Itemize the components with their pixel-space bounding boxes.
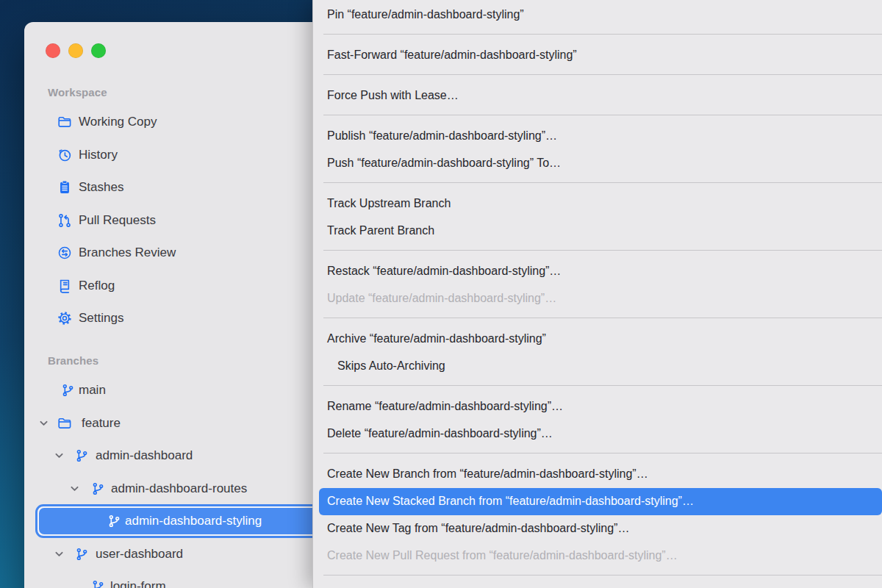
git-branch-icon [90,579,106,588]
git-branch-icon [107,514,122,529]
menu-item-restack[interactable]: Restack “feature/admin-dashboard-styling… [313,258,882,285]
menu-separator [323,115,882,115]
branches-tree: main feature admin-dashboard [24,374,333,588]
gear-icon [57,310,73,326]
menu-separator [323,34,882,35]
close-button[interactable] [46,43,60,58]
chevron-down-icon[interactable] [54,548,65,559]
sidebar-item-label: History [79,148,118,162]
menu-item-track-parent-branch[interactable]: Track Parent Branch [313,218,882,245]
menu-item-archive[interactable]: Archive “feature/admin-dashboard-styling… [313,326,882,353]
menu-separator [323,74,882,75]
menu-separator [323,182,882,183]
pull-request-icon [57,212,73,229]
git-branch-icon [60,383,76,398]
sidebar-item-reflog[interactable]: Reflog [24,270,333,303]
git-branch-icon [74,448,90,464]
menu-separator [323,575,882,576]
menu-item-force-push-with-lease[interactable]: Force Push with Lease… [313,82,882,110]
menu-item-track-upstream-branch[interactable]: Track Upstream Branch [313,190,882,218]
branch-row-main[interactable]: main [24,374,333,407]
menu-item-push-to[interactable]: Push “feature/admin-dashboard-styling” T… [313,150,882,177]
menu-item-update: Update “feature/admin-dashboard-styling”… [313,285,882,312]
chevron-down-icon[interactable] [54,451,65,462]
menu-item-pin[interactable]: Pin “feature/admin-dashboard-styling” [313,1,882,29]
menu-item-create-new-stacked-branch[interactable]: Create New Stacked Branch from “feature/… [319,488,882,515]
branch-row-feature[interactable]: feature [24,407,333,440]
branch-label: main [79,383,106,398]
folder-icon [57,114,73,130]
sidebar-item-label: Working Copy [79,115,157,129]
branches-section-title: Branches [48,354,98,367]
chevron-down-icon[interactable] [69,483,80,494]
menu-item-rename[interactable]: Rename “feature/admin-dashboard-styling”… [313,393,882,420]
sidebar-item-settings[interactable]: Settings [24,302,333,335]
menu-separator [323,453,882,453]
clipboard-icon [57,179,73,196]
minimize-button[interactable] [68,43,83,58]
branch-row-admin-dashboard[interactable]: admin-dashboard [24,440,333,473]
sidebar-item-label: Pull Requests [79,213,156,228]
folder-icon [57,415,73,431]
branch-row-user-dashboard[interactable]: user-dashboard [24,538,333,571]
menu-item-delete[interactable]: Delete “feature/admin-dashboard-styling”… [313,420,882,448]
menu-item-fast-forward[interactable]: Fast-Forward “feature/admin-dashboard-st… [313,42,882,69]
branch-context-menu: Pin “feature/admin-dashboard-styling” Fa… [312,0,882,588]
zoom-button[interactable] [91,43,106,58]
sidebar-item-history[interactable]: History [24,139,333,172]
menu-separator [323,318,882,318]
branch-label: user-dashboard [96,547,183,562]
menu-item-create-new-tag[interactable]: Create New Tag from “feature/admin-dashb… [313,515,882,542]
menu-item-create-new-branch[interactable]: Create New Branch from “feature/admin-da… [313,461,882,488]
book-icon [57,278,73,294]
chevron-down-icon[interactable] [38,417,49,429]
menu-item-create-new-pull-request: Create New Pull Request from “feature/ad… [313,542,882,570]
branch-row-admin-dashboard-routes[interactable]: admin-dashboard-routes [24,473,333,506]
sidebar-item-working-copy[interactable]: Working Copy [24,106,333,139]
menu-item-skips-auto-archiving[interactable]: Skips Auto-Archiving [313,353,882,380]
git-branch-icon [74,546,90,562]
git-branch-icon [90,481,106,496]
branch-label: feature [82,416,121,431]
sidebar-item-label: Branches Review [79,245,176,260]
branch-label: admin-dashboard [96,448,193,463]
workspace-section-title: Workspace [48,86,107,98]
traffic-lights [46,43,106,58]
sidebar-item-pull-requests[interactable]: Pull Requests [24,204,333,237]
sidebar-item-label: Settings [79,311,123,326]
branch-row-admin-dashboard-styling[interactable]: admin-dashboard-styling [24,505,333,538]
menu-separator [323,250,882,251]
sidebar-item-branches-review[interactable]: Branches Review [24,237,333,270]
branch-row-login-form[interactable]: login-form [24,570,333,588]
branch-label: admin-dashboard-styling [125,514,262,528]
sidebar-item-stashes[interactable]: Stashes [24,171,333,204]
menu-separator [323,385,882,386]
branch-label: admin-dashboard-routes [111,481,247,496]
sidebar-item-label: Reflog [79,279,115,293]
sidebar-item-label: Stashes [79,180,123,195]
workspace-list: Working Copy History Stashes Pull Reques… [24,106,333,335]
menu-item-publish[interactable]: Publish “feature/admin-dashboard-styling… [313,123,882,150]
branch-label: login-form [110,579,166,588]
branches-review-icon [57,245,73,261]
history-icon [57,147,73,163]
